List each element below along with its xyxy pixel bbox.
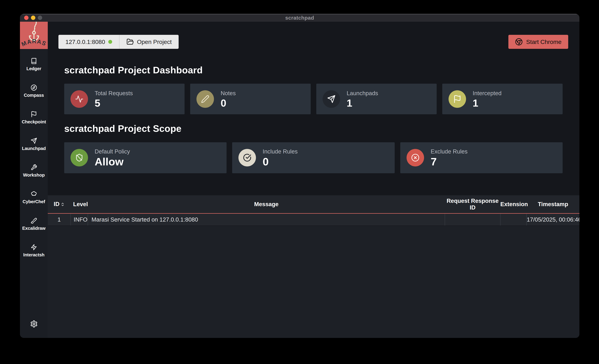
- stat-text: Total Requests 5: [95, 90, 133, 108]
- sidebar-item-label: Checkpoint: [22, 119, 46, 124]
- cell-message[interactable]: Marasi Service Started on 127.0.0.1:8080: [88, 213, 445, 226]
- scope-icon-bubble: [70, 149, 88, 166]
- scope-icon-bubble: [406, 149, 424, 166]
- chef-hat-icon: [31, 191, 37, 197]
- stat-value: 1: [347, 98, 378, 108]
- paintbrush-icon: [31, 217, 37, 224]
- stat-text: Notes 0: [220, 90, 236, 108]
- scope-value: 7: [431, 156, 468, 167]
- log-table-row[interactable]: 1 INFO Marasi Service Started on 127.0.0…: [48, 213, 579, 226]
- column-label: ID: [54, 201, 60, 207]
- gear-icon: [30, 320, 38, 328]
- content-area: 127.0.0.1:8080 Open Project Start Chrome…: [48, 22, 579, 338]
- stat-label: Intercepted: [473, 90, 502, 97]
- stat-text: Intercepted 1: [473, 90, 502, 108]
- sidebar-item-label: Compass: [24, 93, 44, 98]
- sidebar-item-launchpad[interactable]: Launchpad: [20, 138, 48, 151]
- column-header-timestamp[interactable]: Timestamp: [527, 195, 579, 213]
- book-icon: [31, 58, 37, 64]
- cell-request-response-id[interactable]: [445, 213, 500, 226]
- scope-value: Allow: [95, 156, 130, 167]
- cell-timestamp[interactable]: 17/05/2025, 00:06:46: [527, 213, 579, 226]
- sidebar-nav: Ledger Compass Checkpoint Launchpad Work…: [20, 49, 48, 257]
- sidebar-item-checkpoint[interactable]: Checkpoint: [20, 111, 48, 124]
- wrench-icon: [31, 164, 37, 171]
- stat-icon-bubble: [70, 90, 88, 108]
- scope-text: Default Policy Allow: [95, 148, 130, 167]
- flag-icon: [453, 95, 461, 103]
- flag-icon: [31, 111, 37, 117]
- status-dot: [108, 40, 112, 44]
- scope-text: Include Rules 0: [263, 148, 298, 167]
- scope-title: scratchpad Project Scope: [48, 123, 579, 134]
- stat-label: Notes: [220, 90, 236, 97]
- sidebar-item-label: Launchpad: [22, 146, 46, 151]
- stats-row: Total Requests 5 Notes 0: [48, 84, 579, 114]
- column-header-message[interactable]: Message: [88, 195, 445, 213]
- sidebar-item-cyberchef[interactable]: CyberChef: [20, 191, 48, 204]
- cell-level[interactable]: INFO: [71, 213, 88, 226]
- close-button[interactable]: [24, 16, 28, 20]
- sidebar-item-compass[interactable]: Compass: [20, 84, 48, 98]
- open-project-label: Open Project: [137, 38, 172, 45]
- folder-open-icon: [126, 38, 134, 45]
- sidebar-item-label: Interactsh: [23, 252, 44, 257]
- stat-value: 1: [473, 98, 502, 108]
- stat-label: Launchpads: [347, 90, 378, 97]
- window-titlebar: scratchpad: [20, 14, 579, 22]
- sidebar-item-ledger[interactable]: Ledger: [20, 58, 48, 71]
- topbar: 127.0.0.1:8080 Open Project Start Chrome: [58, 35, 568, 49]
- sidebar-item-label: CyberChef: [23, 199, 45, 204]
- stat-icon-bubble: [449, 90, 466, 108]
- activity-icon: [75, 95, 83, 103]
- stat-value: 0: [220, 98, 236, 108]
- scope-row: Default Policy Allow Include Rules 0: [48, 142, 579, 173]
- column-header-id[interactable]: ID: [48, 195, 71, 213]
- circle-x-icon: [411, 153, 420, 162]
- server-address-button[interactable]: 127.0.0.1:8080: [58, 35, 119, 49]
- scope-label: Include Rules: [263, 148, 298, 155]
- stat-icon-bubble: [323, 90, 340, 108]
- app-window: scratchpad MARASI Ledger: [20, 14, 579, 338]
- stat-card-total-requests: Total Requests 5: [64, 84, 185, 114]
- log-table: ID Level Message Request Response ID Ext…: [48, 195, 579, 226]
- stat-card-launchpads: Launchpads 1: [316, 84, 437, 114]
- pencil-icon: [201, 95, 209, 103]
- column-header-request-response-id[interactable]: Request Response ID: [445, 195, 500, 213]
- sidebar-item-label: Workshop: [23, 172, 45, 178]
- minimize-button[interactable]: [31, 16, 35, 20]
- cell-id[interactable]: 1: [48, 213, 71, 226]
- column-header-extension[interactable]: Extension: [500, 195, 527, 213]
- zap-icon: [31, 244, 37, 250]
- start-chrome-button[interactable]: Start Chrome: [508, 35, 568, 49]
- maximize-button[interactable]: [38, 16, 42, 20]
- cell-extension[interactable]: [500, 213, 527, 226]
- marasi-logo: MARASI: [20, 22, 48, 49]
- open-project-button[interactable]: Open Project: [120, 35, 179, 49]
- send-icon: [327, 95, 335, 103]
- scope-label: Default Policy: [95, 148, 130, 155]
- sidebar-item-interactsh[interactable]: Interactsh: [20, 244, 48, 257]
- start-chrome-label: Start Chrome: [526, 38, 562, 45]
- scope-card-include-rules: Include Rules 0: [232, 142, 395, 173]
- stat-label: Total Requests: [95, 90, 133, 97]
- sidebar-item-excalidraw[interactable]: Excalidraw: [20, 217, 48, 231]
- stat-icon-bubble: [196, 90, 214, 108]
- log-table-header-row: ID Level Message Request Response ID Ext…: [48, 195, 579, 213]
- sort-icon[interactable]: [61, 201, 65, 208]
- sidebar-item-workshop[interactable]: Workshop: [20, 164, 48, 178]
- traffic-lights: [24, 14, 42, 22]
- scope-card-exclude-rules: Exclude Rules 7: [400, 142, 563, 173]
- stat-text: Launchpads 1: [347, 90, 378, 108]
- scope-label: Exclude Rules: [431, 148, 468, 155]
- server-address: 127.0.0.1:8080: [65, 38, 105, 45]
- compass-icon: [31, 84, 37, 91]
- main-area: MARASI Ledger Compass Checkpoint: [20, 22, 579, 338]
- log-table-panel: ID Level Message Request Response ID Ext…: [48, 195, 579, 338]
- scope-text: Exclude Rules 7: [431, 148, 468, 167]
- server-button-group: 127.0.0.1:8080 Open Project: [58, 35, 179, 49]
- column-header-level[interactable]: Level: [71, 195, 88, 213]
- stat-value: 5: [95, 98, 133, 108]
- settings-button[interactable]: [30, 320, 38, 328]
- window-title: scratchpad: [285, 15, 314, 21]
